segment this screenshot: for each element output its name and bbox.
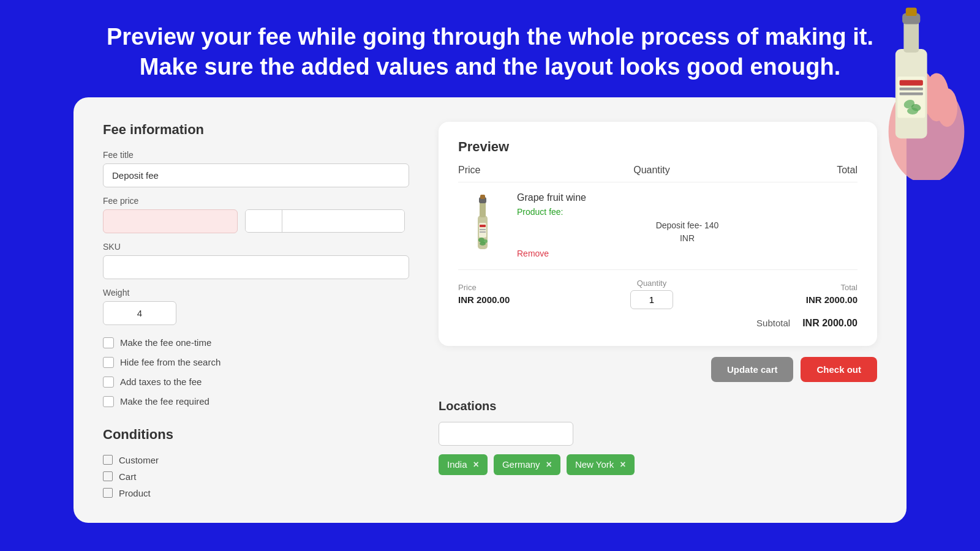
conditions-title: Conditions [103, 427, 409, 443]
product-row: Grape fruit wine Product fee: Deposit fe… [458, 192, 858, 258]
tag-newyork-close[interactable]: × [620, 459, 625, 470]
svg-rect-22 [480, 229, 486, 230]
right-panel: Preview Price Quantity Total [439, 122, 877, 498]
checkout-button[interactable]: Check out [801, 357, 877, 382]
subtotal-value: INR 2000.00 [802, 318, 858, 329]
checkbox-one-time[interactable]: Make the fee one-time [103, 337, 409, 348]
condition-product-icon [103, 488, 113, 498]
location-search-input[interactable] [439, 422, 573, 446]
condition-product[interactable]: Product [103, 488, 409, 498]
condition-cart-label: Cart [119, 471, 136, 482]
tag-newyork: New York × [567, 454, 635, 475]
tag-germany-label: Germany [502, 459, 540, 470]
tag-newyork-label: New York [575, 459, 614, 470]
hero-line2: Make sure the added values and the layou… [74, 52, 907, 82]
deposit-fee-line1: Deposit fee- 140 [656, 220, 719, 230]
qty-input[interactable] [630, 290, 673, 309]
condition-cart-icon [103, 471, 113, 481]
locations-section: Locations India × Germany × New York × [439, 399, 877, 475]
bottle-illustration [858, 0, 968, 165]
subtotal-label: Subtotal [756, 318, 790, 328]
weight-label: Weight [103, 288, 409, 298]
checkbox-one-time-label: Make the fee one-time [120, 337, 211, 348]
col-total-header: Total [772, 165, 858, 176]
sku-input[interactable] [103, 255, 409, 279]
tag-india-close[interactable]: × [473, 459, 479, 470]
svg-rect-10 [903, 21, 919, 53]
checkbox-add-taxes[interactable]: Add taxes to the fee [103, 377, 409, 388]
hero-line1: Preview your fee while going through the… [74, 22, 907, 52]
update-cart-button[interactable]: Update cart [711, 357, 794, 382]
checkbox-required[interactable]: Make the fee required [103, 396, 409, 407]
svg-rect-7 [900, 80, 923, 86]
checkbox-group: Make the fee one-time Hide fee from the … [103, 337, 409, 407]
fee-price-label: Fee price [103, 196, 409, 206]
fee-title-label: Fee title [103, 150, 409, 160]
svg-rect-23 [480, 231, 486, 233]
product-name: Grape fruit wine [517, 192, 858, 203]
checkbox-hide-search[interactable]: Hide fee from the search [103, 357, 409, 368]
checkbox-required-label: Make the fee required [120, 396, 209, 407]
pqt-qty-cell: Quantity [532, 279, 772, 309]
left-panel: Fee information Fee title Fee price SKU … [103, 122, 409, 498]
tag-germany: Germany × [494, 454, 560, 475]
weight-input[interactable] [103, 301, 176, 325]
svg-point-15 [907, 108, 918, 114]
conditions-section: Conditions Customer Cart Product [103, 427, 409, 498]
fee-info-title: Fee information [103, 122, 409, 138]
fee-price-input[interactable] [103, 209, 238, 233]
price-qty-total-row: Price INR 2000.00 Quantity Total INR 200… [458, 269, 858, 309]
condition-cart[interactable]: Cart [103, 471, 409, 482]
checkbox-hide-search-label: Hide fee from the search [120, 357, 221, 367]
pqt-price-cell: Price INR 2000.00 [458, 283, 532, 305]
deposit-fee-line2: INR [680, 233, 695, 243]
tag-india: India × [439, 454, 488, 475]
svg-rect-12 [906, 8, 917, 17]
product-fee-label: Product fee: [517, 207, 858, 217]
conditions-list: Customer Cart Product [103, 455, 409, 498]
product-image [458, 192, 507, 253]
svg-point-4 [937, 88, 957, 127]
condition-product-label: Product [119, 488, 151, 498]
main-card: Fee information Fee title Fee price SKU … [74, 97, 907, 523]
checkbox-hide-search-input[interactable] [103, 357, 114, 368]
col-qty-header: Quantity [532, 165, 772, 176]
tag-germany-close[interactable]: × [546, 459, 552, 470]
price-value: INR 2000.00 [458, 294, 532, 305]
preview-card: Preview Price Quantity Total [439, 122, 877, 346]
condition-customer-icon [103, 455, 113, 465]
fee-price-row [103, 209, 409, 233]
deposit-fee-text: Deposit fee- 140 INR [517, 219, 858, 245]
fee-title-input[interactable] [103, 163, 409, 187]
preview-header-row: Price Quantity Total [458, 165, 858, 182]
condition-customer[interactable]: Customer [103, 455, 409, 465]
total-label: Total [772, 283, 858, 292]
sku-label: SKU [103, 242, 409, 252]
tag-india-label: India [447, 459, 467, 470]
checkbox-add-taxes-input[interactable] [103, 377, 114, 388]
svg-point-26 [480, 242, 486, 246]
svg-rect-9 [900, 92, 923, 96]
condition-customer-label: Customer [119, 455, 159, 465]
bottle-svg [858, 0, 968, 180]
svg-rect-8 [900, 88, 923, 91]
currency-value-input[interactable] [282, 210, 404, 232]
product-info: Grape fruit wine Product fee: Deposit fe… [517, 192, 858, 258]
total-value: INR 2000.00 [772, 294, 858, 305]
remove-link[interactable]: Remove [517, 249, 858, 258]
location-tags: India × Germany × New York × [439, 454, 877, 475]
svg-rect-21 [480, 225, 486, 227]
currency-code [246, 210, 282, 232]
action-buttons: Update cart Check out [439, 357, 877, 382]
checkbox-add-taxes-label: Add taxes to the fee [120, 377, 202, 387]
product-bottle-svg [464, 192, 501, 253]
price-label: Price [458, 283, 532, 292]
checkbox-one-time-input[interactable] [103, 337, 114, 348]
preview-title: Preview [458, 139, 858, 155]
subtotal-row: Subtotal INR 2000.00 [458, 318, 858, 329]
checkbox-required-input[interactable] [103, 396, 114, 407]
hero-section: Preview your fee while going through the… [0, 0, 980, 97]
locations-title: Locations [439, 399, 877, 413]
pqt-total-cell: Total INR 2000.00 [772, 283, 858, 305]
currency-group [245, 209, 405, 233]
